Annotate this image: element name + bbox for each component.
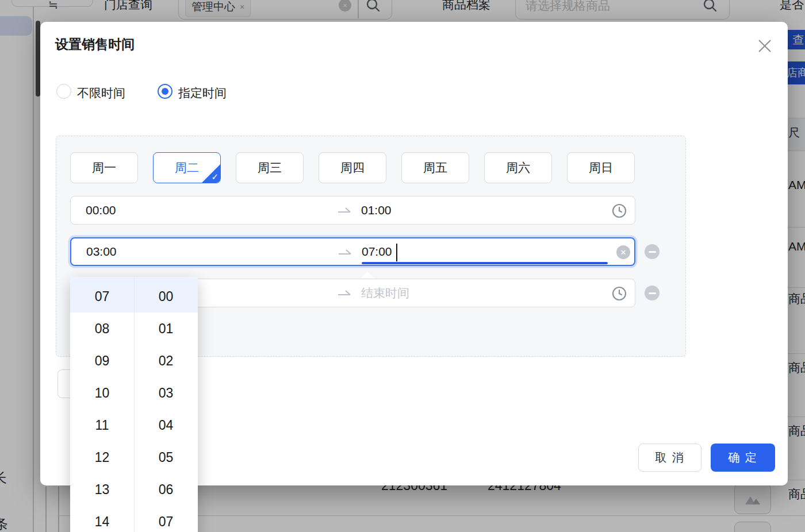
end-time-placeholder[interactable]: 结束时间 (361, 279, 409, 307)
swap-right-icon (338, 248, 352, 256)
hour-option-13[interactable]: 13 (70, 473, 134, 506)
clock-icon (612, 203, 627, 218)
start-time-value[interactable]: 00:00 (86, 196, 116, 224)
modal-title: 设置销售时间 (55, 36, 135, 53)
minute-option-04[interactable]: 04 (134, 409, 198, 441)
dropdown-caret (361, 272, 374, 278)
time-range-input-2[interactable]: 03:00 07:00 ✕ (70, 237, 635, 266)
day-label: 周三 (258, 160, 282, 176)
end-time-value[interactable]: 01:00 (361, 196, 392, 224)
swap-right-icon (337, 289, 352, 297)
hours-column: 0708091011121314 (70, 280, 134, 532)
minute-option-06[interactable]: 06 (134, 473, 198, 506)
minute-option-00[interactable]: 00 (134, 280, 198, 313)
day-label: 周四 (340, 160, 365, 176)
check-icon: ✓ (211, 172, 218, 182)
minutes-column: 0001020304050607 (134, 280, 198, 532)
hour-option-14[interactable]: 14 (70, 506, 134, 532)
hour-option-11[interactable]: 11 (70, 409, 134, 441)
close-icon[interactable] (756, 37, 774, 55)
radio-dot (162, 88, 168, 95)
radio-unlimited-label: 不限时间 (77, 85, 125, 101)
hour-option-12[interactable]: 12 (70, 441, 134, 473)
day-label: 周五 (423, 160, 447, 176)
day-button-周三[interactable]: 周三 (236, 152, 304, 183)
end-time-value[interactable]: 07:00 (362, 238, 392, 265)
day-label: 周六 (506, 160, 530, 176)
cancel-button[interactable]: 取 消 (638, 444, 702, 472)
day-button-周四[interactable]: 周四 (319, 152, 386, 183)
day-label: 周日 (589, 160, 613, 176)
remove-time-row-button[interactable] (645, 286, 660, 300)
day-button-周日[interactable]: 周日 (567, 152, 635, 183)
hour-option-07[interactable]: 07 (70, 280, 134, 313)
day-label: 周一 (92, 160, 116, 176)
clear-icon[interactable]: ✕ (616, 245, 630, 259)
day-button-周二[interactable]: 周二✓ (153, 152, 221, 183)
minus-icon (649, 251, 656, 253)
day-button-周一[interactable]: 周一 (70, 152, 138, 183)
start-time-value[interactable]: 03:00 (86, 238, 117, 265)
day-button-周五[interactable]: 周五 (401, 152, 469, 183)
radio-specified-time[interactable] (158, 84, 172, 99)
radio-unlimited-time[interactable] (56, 84, 71, 99)
clock-icon (612, 286, 627, 301)
minus-icon (649, 292, 656, 294)
confirm-button[interactable]: 确 定 (711, 444, 775, 472)
hour-option-09[interactable]: 09 (70, 345, 134, 377)
time-picker-dropdown: 0708091011121314 0001020304050607 (70, 277, 198, 532)
active-field-underline (362, 262, 608, 264)
minute-option-02[interactable]: 02 (134, 345, 198, 377)
text-cursor (396, 244, 397, 261)
hour-option-10[interactable]: 10 (70, 377, 134, 409)
radio-specified-label: 指定时间 (178, 85, 227, 101)
minute-option-05[interactable]: 05 (134, 441, 198, 473)
remove-time-row-button[interactable] (645, 244, 660, 259)
minute-option-01[interactable]: 01 (134, 313, 198, 345)
hour-option-08[interactable]: 08 (70, 313, 134, 345)
day-label: 周二 (175, 160, 199, 176)
swap-right-icon (337, 206, 352, 214)
day-button-周六[interactable]: 周六 (484, 152, 552, 183)
day-button-group: 周一周二✓周三周四周五周六周日 (70, 152, 635, 183)
time-range-input-1[interactable]: 00:00 01:00 (70, 196, 635, 225)
screen: 长 条 ≒ 门店查询 管理中心 × × 商品档案 请选择规格商品 是否 查 店商 (0, 0, 805, 532)
minute-option-03[interactable]: 03 (134, 377, 198, 409)
minute-option-07[interactable]: 07 (134, 506, 198, 532)
